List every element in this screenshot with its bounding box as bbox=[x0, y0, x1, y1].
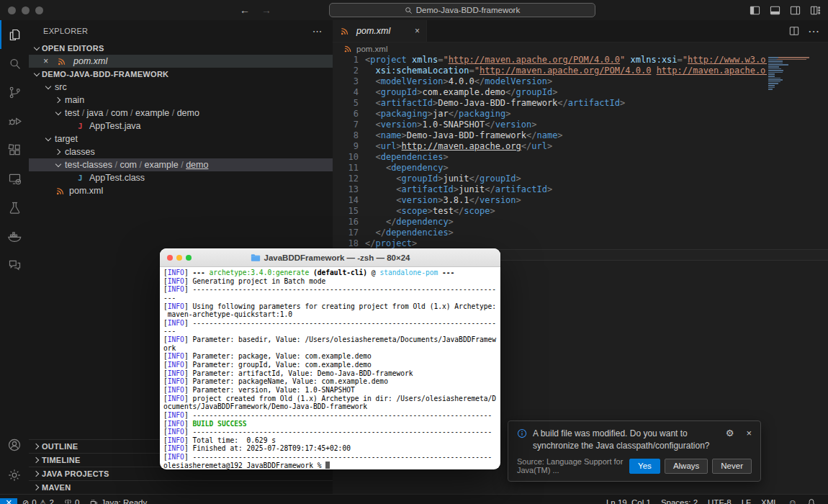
code-line: 9 <url>http://maven.apache.org</url> bbox=[333, 141, 767, 152]
activity-run-debug[interactable] bbox=[0, 107, 29, 135]
activity-docker[interactable] bbox=[0, 222, 29, 251]
terminal-line: [INFO] project created from Old (1.x) Ar… bbox=[163, 395, 497, 403]
terminal-line: [INFO] --- archetype:3.4.0:generate (def… bbox=[163, 269, 497, 277]
status-item-xml[interactable]: XML bbox=[756, 498, 783, 504]
activity-settings[interactable] bbox=[0, 461, 29, 490]
problems-status[interactable]: ⊘ 0 ⚠ 2 bbox=[17, 498, 59, 504]
minimize-window-button[interactable] bbox=[22, 6, 30, 14]
line-number: 8 bbox=[333, 130, 365, 141]
open-editors-section-header[interactable]: OPEN EDITORS bbox=[29, 42, 333, 55]
feedback-smiley-icon[interactable]: ☺ bbox=[783, 498, 802, 504]
tree-item-pom-xml[interactable]: pom.xml bbox=[29, 184, 333, 197]
beaker-icon bbox=[7, 200, 22, 215]
activity-remote-explorer[interactable] bbox=[0, 164, 29, 193]
status-item-lf[interactable]: LF bbox=[737, 498, 756, 504]
maximize-window-button[interactable] bbox=[35, 6, 43, 14]
breadcrumb[interactable]: pom.xml bbox=[333, 42, 828, 55]
close-button[interactable] bbox=[167, 255, 173, 261]
docker-whale-icon bbox=[6, 228, 22, 244]
notification-button-never[interactable]: Never bbox=[712, 459, 752, 474]
tree-item-apptest-class[interactable]: JAppTest.class bbox=[29, 171, 333, 184]
sidebar-section-maven[interactable]: MAVEN bbox=[29, 480, 333, 494]
line-number: 13 bbox=[333, 184, 365, 195]
tree-item-test-java-com-example-demo[interactable]: test / java / com / example / demo bbox=[29, 107, 333, 120]
tab-pom-xml[interactable]: pom.xml × bbox=[333, 20, 427, 42]
close-window-button[interactable] bbox=[8, 6, 16, 14]
tree-item-label: AppTest.class bbox=[89, 173, 145, 183]
activity-account[interactable] bbox=[0, 431, 29, 459]
terminal-window[interactable]: JavaBDDFramework — -zsh — 80×24 [INFO] -… bbox=[160, 248, 500, 469]
close-editor-icon[interactable]: × bbox=[43, 56, 52, 66]
code-line: 3 <modelVersion>4.0.0</modelVersion> bbox=[333, 76, 767, 87]
activity-source-control[interactable] bbox=[0, 78, 29, 107]
terminal-line: [INFO] Parameter: groupId, Value: com.ex… bbox=[163, 361, 497, 369]
code-line: 16 </dependency> bbox=[333, 217, 767, 228]
terminal-line: [INFO] BUILD SUCCESS bbox=[163, 420, 497, 428]
editor-more-actions-icon[interactable]: ⋯ bbox=[808, 24, 819, 38]
code-lines: 1<project xmlns="http://maven.apache.org… bbox=[333, 55, 767, 260]
code-line: 14 <version>3.8.1</version> bbox=[333, 195, 767, 206]
status-item-ln-19-col-1[interactable]: Ln 19, Col 1 bbox=[601, 498, 656, 504]
project-section-header[interactable]: DEMO-JAVA-BDD-FRAMEWORK bbox=[29, 68, 333, 81]
terminal-output[interactable]: [INFO] --- archetype:3.4.0:generate (def… bbox=[160, 267, 500, 469]
breadcrumb-item: pom.xml bbox=[356, 45, 387, 53]
tree-item-main[interactable]: main bbox=[29, 94, 333, 107]
tab-bar: pom.xml × ⋯ bbox=[333, 20, 828, 42]
chevron-down-icon bbox=[43, 134, 53, 144]
line-number: 5 bbox=[333, 98, 365, 109]
line-number: 17 bbox=[333, 228, 365, 238]
terminal-line: [INFO] Parameter: basedir, Value: /Users… bbox=[163, 336, 497, 344]
remote-indicator[interactable] bbox=[0, 498, 17, 504]
terminal-titlebar[interactable]: JavaBDDFramework — -zsh — 80×24 bbox=[160, 248, 500, 267]
status-bar: ⊘ 0 ⚠ 2 0 Java: Ready Ln 19, Col 1Spaces… bbox=[0, 494, 828, 504]
tree-item-classes[interactable]: classes bbox=[29, 145, 333, 158]
notification-toast: A build file was modified. Do you want t… bbox=[508, 420, 761, 482]
tree-item-src[interactable]: src bbox=[29, 81, 333, 94]
notification-button-always[interactable]: Always bbox=[665, 459, 708, 474]
terminal-line: [INFO] ---------------------------------… bbox=[163, 411, 497, 420]
customize-layout-icon[interactable] bbox=[810, 5, 821, 16]
activity-explorer[interactable] bbox=[0, 20, 29, 49]
split-editor-icon[interactable] bbox=[789, 26, 799, 36]
back-arrow-icon[interactable]: ← bbox=[240, 4, 250, 16]
folder-icon bbox=[251, 253, 261, 262]
minimize-button[interactable] bbox=[176, 255, 182, 261]
chevron-right-icon bbox=[32, 469, 42, 479]
notification-close-icon[interactable]: × bbox=[746, 428, 752, 438]
activity-comments[interactable] bbox=[0, 251, 29, 279]
terminal-window-controls[interactable] bbox=[167, 248, 192, 266]
activity-testing[interactable] bbox=[0, 193, 29, 222]
notification-message: A build file was modified. Do you want t… bbox=[533, 428, 711, 452]
toggle-secondary-sidebar-icon[interactable] bbox=[790, 5, 801, 16]
notification-button-yes[interactable]: Yes bbox=[629, 459, 660, 474]
tree-item-target[interactable]: target bbox=[29, 132, 333, 145]
window-controls[interactable] bbox=[8, 6, 43, 14]
status-item-spaces-2[interactable]: Spaces: 2 bbox=[656, 498, 703, 504]
explorer-more-actions-icon[interactable]: ⋯ bbox=[312, 25, 323, 37]
tree-item-test-classes-com-example-demo[interactable]: test-classes / com / example / demo bbox=[29, 158, 333, 171]
notifications-bell-icon[interactable] bbox=[802, 498, 821, 504]
toggle-sidebar-icon[interactable] bbox=[750, 5, 760, 16]
status-item-utf-8[interactable]: UTF-8 bbox=[703, 498, 737, 504]
command-center-search[interactable]: Demo-Java-BDD-framework bbox=[329, 3, 595, 17]
xml-file-icon bbox=[55, 186, 66, 196]
toggle-panel-icon[interactable] bbox=[770, 5, 780, 16]
minimap[interactable] bbox=[767, 55, 828, 494]
tree-item-apptest-java[interactable]: JAppTest.java bbox=[29, 120, 333, 132]
tree-item-label: pom.xml bbox=[69, 186, 103, 196]
terminal-title: JavaBDDFramework — -zsh — 80×24 bbox=[264, 253, 410, 262]
activity-search[interactable] bbox=[0, 49, 29, 78]
notification-gear-icon[interactable]: ⚙ bbox=[726, 428, 734, 438]
terminal-cursor bbox=[325, 462, 330, 469]
java-file-icon: J bbox=[75, 122, 86, 130]
forward-arrow-icon[interactable]: → bbox=[261, 4, 271, 16]
terminal-line: [INFO] Generating project in Batch mode bbox=[163, 277, 497, 286]
open-editor-item-pom-xml[interactable]: × pom.xml bbox=[29, 55, 333, 68]
tree-item-label: test-classes / com / example / demo bbox=[65, 160, 208, 170]
java-status[interactable]: Java: Ready bbox=[84, 498, 152, 504]
chevron-down-icon bbox=[32, 43, 42, 53]
close-tab-icon[interactable]: × bbox=[415, 26, 420, 36]
zoom-button[interactable] bbox=[186, 255, 192, 261]
ports-status[interactable]: 0 bbox=[59, 498, 84, 504]
activity-extensions[interactable] bbox=[0, 135, 29, 164]
